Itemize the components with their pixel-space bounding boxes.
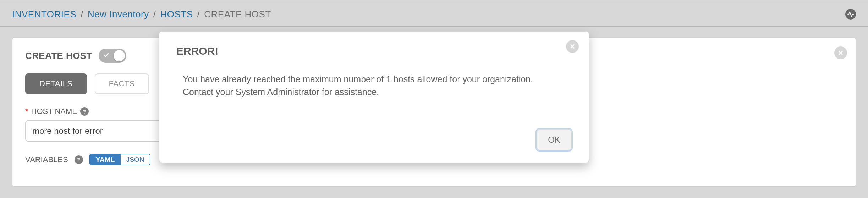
modal-close-button[interactable] <box>566 40 579 53</box>
format-json[interactable]: JSON <box>121 154 150 165</box>
breadcrumb-inventories[interactable]: INVENTORIES <box>12 9 76 20</box>
hostname-label: HOST NAME <box>31 107 77 116</box>
required-star: * <box>25 107 28 116</box>
breadcrumb-create-host: CREATE HOST <box>204 9 271 20</box>
tab-details[interactable]: DETAILS <box>25 73 87 94</box>
format-yaml[interactable]: YAML <box>90 154 121 165</box>
variables-label: VARIABLES <box>25 155 68 164</box>
breadcrumb-bar: INVENTORIES / New Inventory / HOSTS / CR… <box>0 2 868 27</box>
modal-body: You have already reached the maximum num… <box>176 73 538 99</box>
help-icon[interactable]: ? <box>75 155 83 164</box>
tab-facts[interactable]: FACTS <box>95 73 149 94</box>
breadcrumb-hosts[interactable]: HOSTS <box>160 9 193 20</box>
panel-title: CREATE HOST <box>25 50 92 61</box>
breadcrumb-sep: / <box>197 9 200 20</box>
breadcrumb-sep: / <box>81 9 83 20</box>
panel-close-button[interactable] <box>834 46 847 59</box>
ok-button[interactable]: OK <box>537 129 572 150</box>
modal-title: ERROR! <box>176 45 572 57</box>
close-icon <box>837 50 844 56</box>
modal-footer: OK <box>176 129 572 150</box>
error-modal: ERROR! You have already reached the maxi… <box>159 31 589 163</box>
breadcrumb-new-inventory[interactable]: New Inventory <box>88 9 149 20</box>
breadcrumb-sep: / <box>153 9 156 20</box>
activity-icon[interactable] <box>845 9 856 20</box>
host-enabled-toggle[interactable] <box>99 49 126 63</box>
help-icon[interactable]: ? <box>80 107 89 116</box>
check-icon <box>103 52 109 60</box>
toggle-knob <box>114 50 125 61</box>
format-toggle: YAML JSON <box>89 154 151 165</box>
breadcrumb: INVENTORIES / New Inventory / HOSTS / CR… <box>12 9 271 20</box>
close-icon <box>569 43 576 50</box>
